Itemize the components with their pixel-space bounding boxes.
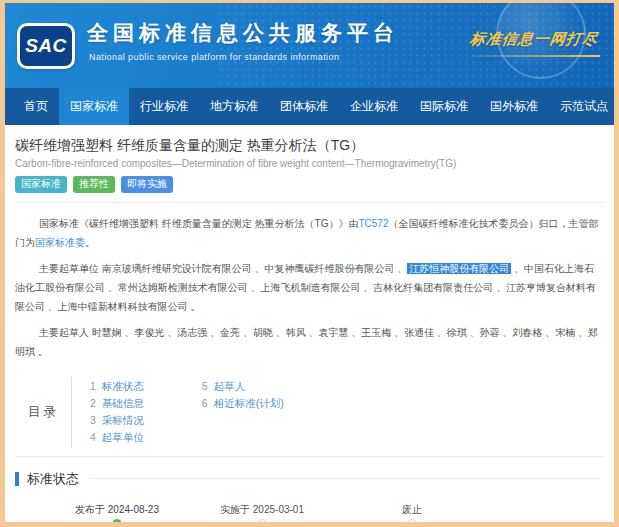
nav-item-foreign-standards[interactable]: 国外标准 xyxy=(479,88,549,125)
main-nav: 首页 国家标准 行业标准 地方标准 团体标准 企业标准 国际标准 国外标准 示范… xyxy=(5,88,614,125)
nav-item-local-standards[interactable]: 地方标准 xyxy=(199,88,269,125)
standard-title-cn: 碳纤维增强塑料 纤维质量含量的测定 热重分析法（TG） xyxy=(15,137,604,155)
intro-paragraph-drafting-units: 主要起草单位 南京玻璃纤维研究设计院有限公司 、中复神鹰碳纤维股份有限公司 、江… xyxy=(15,259,604,316)
toc-link[interactable]: 标准状态 xyxy=(102,380,144,392)
toc-num: 1 xyxy=(90,380,96,392)
nav-item-group-standards[interactable]: 团体标准 xyxy=(269,88,339,125)
toc-item-status[interactable]: 1标准状态 xyxy=(90,380,144,394)
toc-num: 5 xyxy=(202,380,208,392)
site-title: 全国标准信息公共服务平台 xyxy=(87,19,399,47)
timeline-label-abolished: 废止 xyxy=(402,503,422,517)
toc-item-adoption[interactable]: 3采标情况 xyxy=(90,414,144,428)
toc-link[interactable]: 起草人 xyxy=(214,380,246,392)
status-section-title: 标准状态 xyxy=(27,470,79,488)
toc-num: 2 xyxy=(90,397,96,409)
standard-title-en: Carbon-fibre-reinforced composites—Deter… xyxy=(15,158,604,169)
nav-item-international-standards[interactable]: 国际标准 xyxy=(409,88,479,125)
section-accent-bar xyxy=(15,472,19,486)
toc-column-2: 5起草人 6相近标准(计划) xyxy=(202,377,284,448)
toc-num: 3 xyxy=(90,414,96,426)
nav-item-pilot[interactable]: 示范试点 xyxy=(549,88,614,125)
content: 碳纤维增强塑料 纤维质量含量的测定 热重分析法（TG） Carbon-fibre… xyxy=(5,125,614,522)
timeline-dot-effective xyxy=(257,519,268,523)
timeline-label-effective: 实施于 2025-03-01 xyxy=(220,503,304,517)
highlighted-company: 江苏恒神股份有限公司 xyxy=(407,263,511,274)
slogan-underline xyxy=(472,55,600,57)
toc-item-drafters[interactable]: 5起草人 xyxy=(202,380,284,394)
toc-item-basic-info[interactable]: 2基础信息 xyxy=(90,397,144,411)
toc-num: 4 xyxy=(90,431,96,443)
status-section-header: 标准状态 xyxy=(15,470,604,488)
toc-num: 6 xyxy=(202,397,208,409)
badge-row: 国家标准 推荐性 即将实施 xyxy=(15,176,604,193)
badge-national-standard: 国家标准 xyxy=(15,176,67,193)
intro-paragraph-drafters: 主要起草人 时慧娴 、李俊光 、汤志强 、金亮 、胡晓 、韩风 、袁宇慧 、王玉… xyxy=(15,323,604,361)
site-subtitle: National public service platform for sta… xyxy=(89,52,339,62)
timeline-dot-published xyxy=(113,519,122,523)
nav-item-home[interactable]: 首页 xyxy=(13,88,59,125)
sac-authority-link[interactable]: 国家标准委 xyxy=(35,237,85,248)
title-divider xyxy=(15,202,604,203)
toc-link[interactable]: 基础信息 xyxy=(102,397,144,409)
site-header: SAC 全国标准信息公共服务平台 National public service… xyxy=(5,3,614,88)
page: SAC 全国标准信息公共服务平台 National public service… xyxy=(5,3,614,522)
p2-text: 主要起草单位 南京玻璃纤维研究设计院有限公司 、中复神鹰碳纤维股份有限公司 、 xyxy=(39,263,407,274)
toc-item-drafting-units[interactable]: 4起草单位 xyxy=(90,431,144,445)
nav-item-national-standards[interactable]: 国家标准 xyxy=(59,88,129,125)
toc-link[interactable]: 起草单位 xyxy=(102,431,144,443)
timeline-label-published: 发布于 2024-08-23 xyxy=(75,503,159,517)
nav-item-industry-standards[interactable]: 行业标准 xyxy=(129,88,199,125)
tc572-link[interactable]: TC572 xyxy=(358,218,388,229)
p1-text-end: 。 xyxy=(85,237,95,248)
intro-paragraph-committee: 国家标准《碳纤维增强塑料 纤维质量含量的测定 热重分析法（TG）》由TC572（… xyxy=(15,214,604,252)
section-header-rule xyxy=(89,478,600,479)
badge-upcoming: 即将实施 xyxy=(121,176,173,193)
toc-link[interactable]: 采标情况 xyxy=(102,414,144,426)
nav-item-enterprise-standards[interactable]: 企业标准 xyxy=(339,88,409,125)
toc-box: 目录 1标准状态 2基础信息 3采标情况 4起草单位 5起草人 6相近标准(计划… xyxy=(15,373,604,457)
toc-item-similar-standards[interactable]: 6相近标准(计划) xyxy=(202,397,284,411)
timeline-dot-abolished xyxy=(407,519,418,523)
status-timeline: 发布于 2024-08-23 实施于 2025-03-01 废止 xyxy=(15,494,604,523)
sac-logo-text: SAC xyxy=(25,35,67,57)
site-slogan: 标准信息一网打尽 xyxy=(469,30,600,49)
toc-label: 目录 xyxy=(15,377,72,448)
toc-link[interactable]: 相近标准(计划) xyxy=(214,397,284,409)
badge-recommended: 推荐性 xyxy=(73,176,115,193)
toc-column-1: 1标准状态 2基础信息 3采标情况 4起草单位 xyxy=(90,377,144,448)
sac-logo[interactable]: SAC xyxy=(17,23,75,69)
p1-text: 国家标准《碳纤维增强塑料 纤维质量含量的测定 热重分析法（TG）》由 xyxy=(39,218,358,229)
toc-columns: 1标准状态 2基础信息 3采标情况 4起草单位 5起草人 6相近标准(计划) xyxy=(72,377,284,448)
